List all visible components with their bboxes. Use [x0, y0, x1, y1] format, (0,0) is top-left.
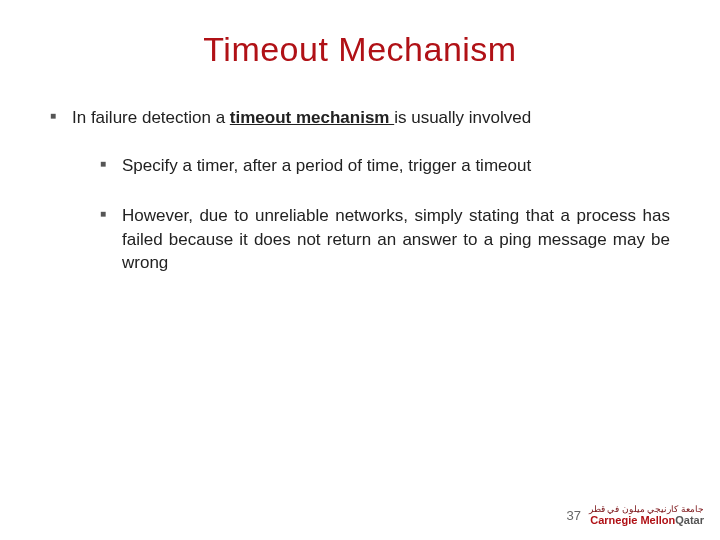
sub-bullet-2: However, due to unreliable networks, sim…	[100, 204, 670, 275]
intro-suffix: is usually involved	[394, 108, 531, 127]
logo-english-text: Carnegie MellonQatar	[590, 515, 704, 526]
intro-bullet: In failure detection a timeout mechanism…	[50, 107, 670, 275]
intro-prefix: In failure detection a	[72, 108, 230, 127]
logo-arabic-text: جامعة كارنيجي ميلون في قطر	[589, 505, 704, 514]
bullet-list-level1: In failure detection a timeout mechanism…	[50, 107, 670, 275]
bullet-list-level2: Specify a timer, after a period of time,…	[72, 154, 670, 275]
slide-title: Timeout Mechanism	[50, 30, 670, 69]
cmu-qatar-logo: جامعة كارنيجي ميلون في قطر Carnegie Mell…	[589, 505, 704, 526]
intro-keyword: timeout mechanism	[230, 108, 394, 127]
footer: 37 جامعة كارنيجي ميلون في قطر Carnegie M…	[567, 505, 704, 526]
slide: Timeout Mechanism In failure detection a…	[0, 0, 720, 540]
sub-bullet-1: Specify a timer, after a period of time,…	[100, 154, 670, 178]
logo-carnegie-mellon: Carnegie Mellon	[590, 514, 675, 526]
logo-qatar: Qatar	[675, 514, 704, 526]
page-number: 37	[567, 508, 581, 523]
